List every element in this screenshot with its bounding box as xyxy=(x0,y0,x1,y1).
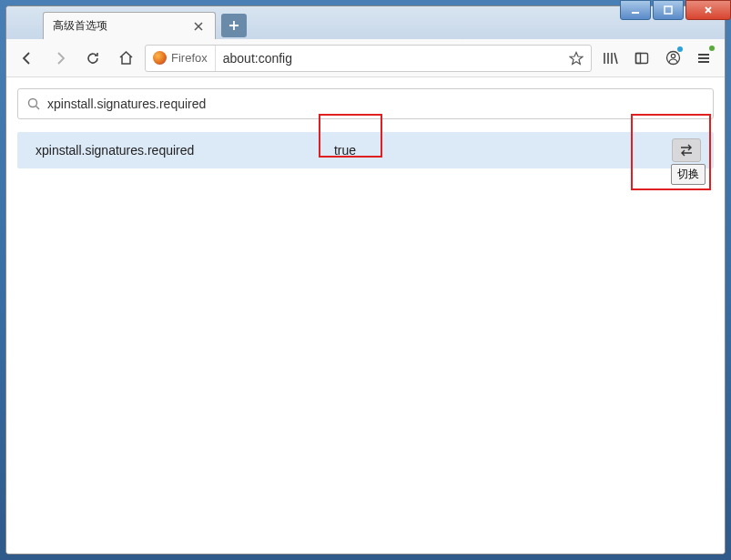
identity-label: Firefox xyxy=(171,51,208,65)
browser-window: 高级首选项 Firefox xyxy=(5,5,726,555)
svg-rect-0 xyxy=(632,12,639,14)
notification-dot-icon xyxy=(709,46,715,51)
config-search-input[interactable] xyxy=(47,97,704,111)
toggle-arrows-icon xyxy=(679,144,694,157)
home-button[interactable] xyxy=(112,45,139,72)
pref-name: xpinstall.signatures.required xyxy=(36,143,318,158)
forward-button[interactable] xyxy=(46,45,74,72)
site-identity[interactable]: Firefox xyxy=(146,46,216,71)
tab-close-icon[interactable] xyxy=(191,19,206,34)
pref-row[interactable]: xpinstall.signatures.required true xyxy=(17,132,714,168)
config-search-box xyxy=(17,88,714,119)
reload-button[interactable] xyxy=(79,45,107,72)
content-area: xpinstall.signatures.required true xyxy=(6,77,725,554)
menu-button[interactable] xyxy=(690,45,717,72)
back-button[interactable] xyxy=(14,45,41,72)
url-bar: Firefox xyxy=(145,45,592,72)
close-button[interactable] xyxy=(685,0,731,20)
new-tab-button[interactable] xyxy=(221,14,247,37)
bookmark-star-icon[interactable] xyxy=(562,51,591,66)
account-button[interactable] xyxy=(659,45,686,72)
maximize-button[interactable] xyxy=(653,0,684,20)
toggle-button[interactable] xyxy=(672,138,701,162)
svg-rect-3 xyxy=(636,53,641,63)
svg-point-6 xyxy=(29,99,37,107)
svg-rect-1 xyxy=(665,6,672,14)
window-controls xyxy=(618,0,731,20)
sidebar-button[interactable] xyxy=(628,45,655,72)
tab-active[interactable]: 高级首选项 xyxy=(43,12,216,39)
svg-point-5 xyxy=(671,54,675,57)
toolbar: Firefox xyxy=(6,39,725,77)
toolbar-right xyxy=(597,45,717,72)
svg-rect-2 xyxy=(636,53,648,63)
pref-value: true xyxy=(318,143,372,158)
library-button[interactable] xyxy=(597,45,624,72)
minimize-button[interactable] xyxy=(620,0,651,20)
notification-dot-icon xyxy=(677,46,683,52)
url-input[interactable] xyxy=(216,51,562,66)
search-icon xyxy=(27,97,40,110)
firefox-icon xyxy=(153,51,167,65)
tab-title: 高级首选项 xyxy=(53,18,191,34)
toggle-tooltip: 切换 xyxy=(671,164,706,185)
tab-bar: 高级首选项 xyxy=(6,6,725,39)
